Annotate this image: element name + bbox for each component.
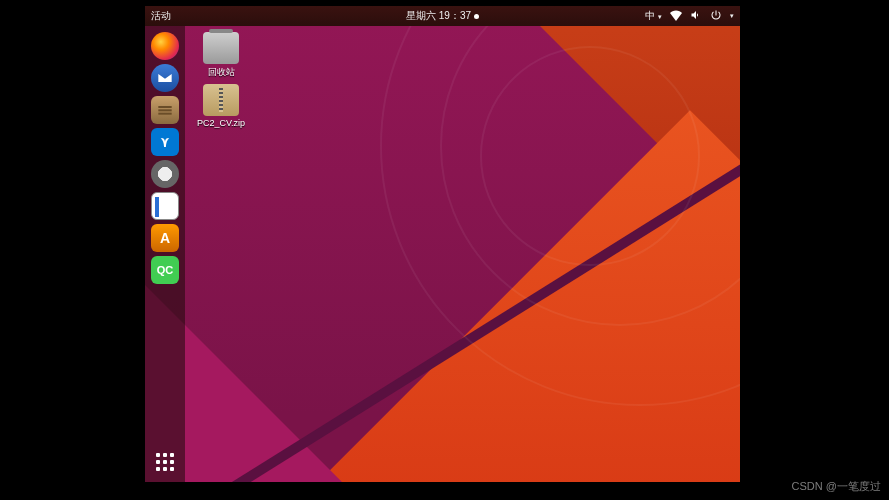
activities-button[interactable]: 活动	[151, 9, 171, 23]
dock-vscode-icon[interactable]: ⋎	[151, 128, 179, 156]
desktop-viewport: 活动 星期六 19：37 中 ▾ ▾	[145, 6, 740, 482]
zip-archive-icon	[203, 84, 239, 116]
dock-qtcreator-icon[interactable]: QC	[151, 256, 179, 284]
dock-settings-icon[interactable]	[151, 160, 179, 188]
desktop-trash-label: 回收站	[191, 66, 251, 79]
svg-rect-1	[158, 109, 171, 111]
desktop-area[interactable]: 回收站 PC2_CV.zip	[185, 26, 740, 482]
dock-firefox-icon[interactable]	[151, 32, 179, 60]
notification-dot-icon	[474, 14, 479, 19]
show-applications-button[interactable]	[151, 448, 179, 476]
dock-files-icon[interactable]	[151, 96, 179, 124]
dock: ⋎ A QC	[145, 26, 185, 482]
volume-icon[interactable]	[690, 9, 702, 23]
top-bar: 活动 星期六 19：37 中 ▾ ▾	[145, 6, 740, 26]
svg-rect-2	[158, 113, 171, 115]
svg-rect-0	[158, 106, 171, 108]
libre-stripe	[155, 197, 159, 217]
desktop-zip-file[interactable]: PC2_CV.zip	[191, 84, 251, 128]
network-icon[interactable]	[670, 9, 682, 23]
clock-label: 星期六 19：37	[406, 10, 471, 21]
chevron-down-icon: ▾	[658, 13, 662, 20]
dock-thunderbird-icon[interactable]	[151, 64, 179, 92]
watermark-text: CSDN @一笔度过	[792, 479, 881, 494]
ime-label: 中	[645, 10, 655, 21]
dock-software-store-icon[interactable]: A	[151, 224, 179, 252]
ime-indicator[interactable]: 中 ▾	[645, 9, 662, 23]
dock-libreoffice-writer-icon[interactable]	[151, 192, 179, 220]
trash-icon	[203, 32, 239, 64]
desktop-trash[interactable]: 回收站	[191, 32, 251, 79]
power-icon[interactable]	[710, 9, 722, 23]
desktop-zip-label: PC2_CV.zip	[191, 118, 251, 128]
chevron-down-icon: ▾	[730, 12, 734, 20]
